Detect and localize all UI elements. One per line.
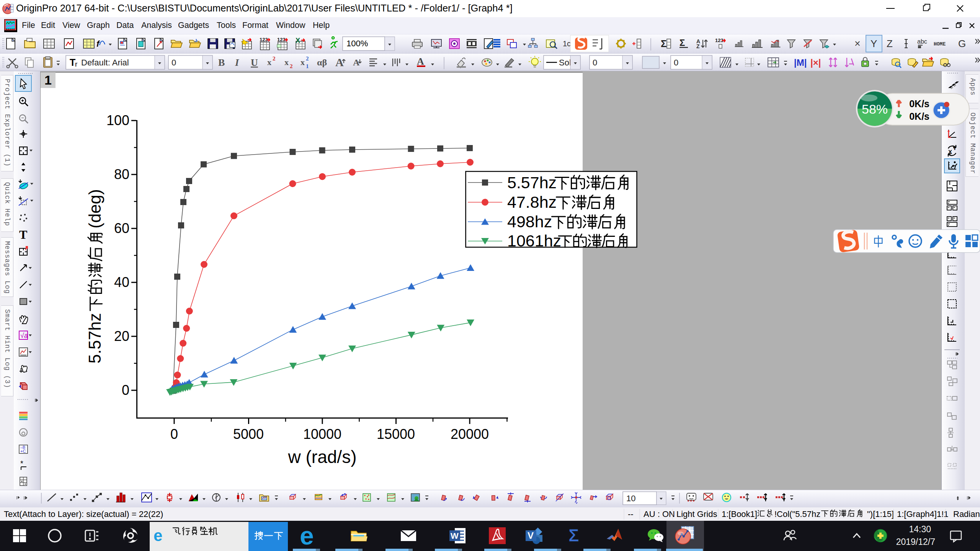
svg-text:e: e xyxy=(154,527,162,544)
svg-text:60: 60 xyxy=(114,220,129,236)
svg-text:2019/12/7: 2019/12/7 xyxy=(896,537,935,547)
svg-text:10000: 10000 xyxy=(303,426,341,442)
svg-text:Σ: Σ xyxy=(568,525,579,545)
svg-text:")[1:15]: ")[1:15] xyxy=(867,509,894,519)
svg-text:1061hz: 1061hz xyxy=(507,231,561,250)
svg-text:0K/s: 0K/s xyxy=(909,98,929,109)
svg-text:498hz: 498hz xyxy=(507,212,552,231)
svg-text:58%: 58% xyxy=(862,102,888,116)
svg-text:80: 80 xyxy=(114,166,129,182)
svg-text:40: 40 xyxy=(114,274,129,290)
svg-text:47.8hz: 47.8hz xyxy=(507,193,557,211)
svg-text:5000: 5000 xyxy=(233,426,264,442)
svg-text:5.57hz: 5.57hz xyxy=(507,173,557,192)
svg-text:V: V xyxy=(528,530,534,541)
svg-text:0: 0 xyxy=(122,382,129,398)
svg-text:10: 10 xyxy=(626,494,635,503)
svg-text:w (rad/s): w (rad/s) xyxy=(288,447,357,467)
svg-text:0: 0 xyxy=(170,426,178,442)
svg-text:1:[Graph4]1!1: 1:[Graph4]1!1 xyxy=(897,509,949,519)
svg-text:100: 100 xyxy=(106,112,129,128)
svg-text:0K/s: 0K/s xyxy=(909,111,929,122)
svg-text:(deg): (deg) xyxy=(85,189,104,228)
svg-text:20: 20 xyxy=(114,328,129,344)
svg-text:Light Grids: Light Grids xyxy=(676,509,717,519)
svg-text:5.57hz: 5.57hz xyxy=(85,313,104,364)
svg-text:20000: 20000 xyxy=(451,426,489,442)
svg-text:e: e xyxy=(300,522,314,550)
svg-text:!Col("5.57hz: !Col("5.57hz xyxy=(774,509,820,519)
svg-text:14:30: 14:30 xyxy=(909,524,931,534)
svg-text:AU : ON: AU : ON xyxy=(644,509,675,519)
svg-text:--: -- xyxy=(628,509,634,519)
svg-text:Radian: Radian xyxy=(953,509,980,519)
svg-text:W: W xyxy=(451,531,459,541)
svg-text:15000: 15000 xyxy=(377,426,415,442)
svg-text:1:[Book1]: 1:[Book1] xyxy=(722,509,757,519)
svg-text:Text(Attach to Layer): size(ac: Text(Attach to Layer): size(actual) = 22… xyxy=(4,509,163,519)
